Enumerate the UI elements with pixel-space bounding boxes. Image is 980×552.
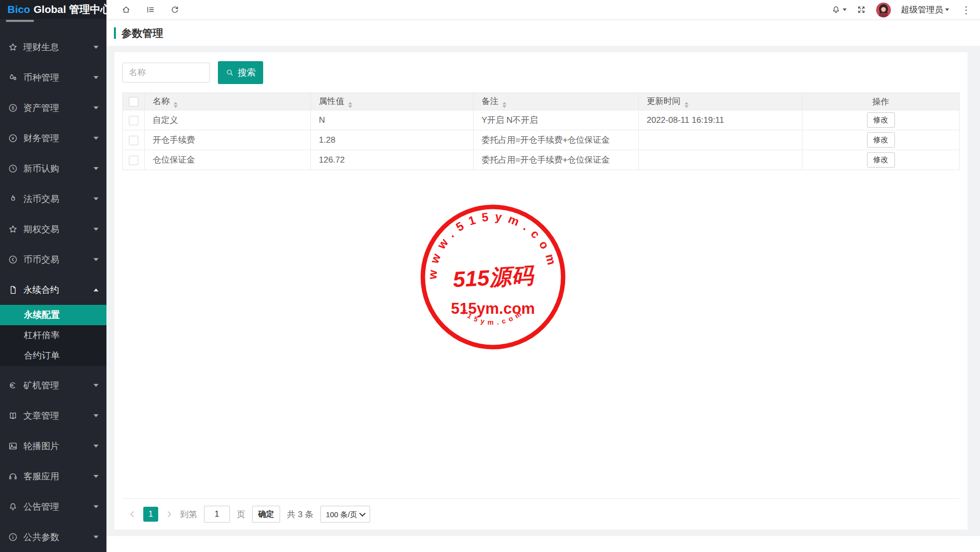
sidebar-item-yongxuheyue[interactable]: 永续合约 xyxy=(0,275,106,305)
title-accent-marker xyxy=(114,27,116,39)
table-row: 仓位保证金 126.72 委托占用=开仓手续费+仓位保证金 修改 xyxy=(123,150,960,170)
sidebar-item-kuangjiguanli[interactable]: 矿机管理 xyxy=(0,370,106,400)
sidebar-subitem-ganggangbeilv[interactable]: 杠杆倍率 xyxy=(0,325,106,346)
bell-icon xyxy=(8,502,18,512)
bell-icon xyxy=(831,5,841,14)
topbar-right-cluster: 超级管理员 ⋮ xyxy=(831,2,973,17)
user-photo xyxy=(876,2,891,17)
svg-text:¥: ¥ xyxy=(11,135,14,141)
sidebar-item-label: 轮播图片 xyxy=(23,440,59,452)
sidebar-item-kefuyingyong[interactable]: 客服应用 xyxy=(0,461,106,491)
sidebar-item-label: 文章管理 xyxy=(23,410,59,422)
prev-page-button[interactable] xyxy=(128,510,136,519)
sidebar-item-gonggaoguanli[interactable]: 公告管理 xyxy=(0,491,106,522)
edit-button[interactable]: 修改 xyxy=(867,112,895,128)
goto-page-input[interactable] xyxy=(204,506,230,523)
sidebar-item-label: 公告管理 xyxy=(23,501,59,513)
fullscreen-button[interactable] xyxy=(857,5,866,14)
sort-icon[interactable] xyxy=(348,102,352,108)
sidebar-item-caiwuguanli[interactable]: ¥ 财务管理 xyxy=(0,123,106,153)
chevron-down-icon xyxy=(94,536,98,539)
params-table: 名称 属性值 备注 更新时间 操作 自定义 N Y开启 N不开启 2022-08… xyxy=(122,92,960,170)
table-row: 自定义 N Y开启 N不开启 2022-08-11 16:19:11 修改 xyxy=(123,110,960,130)
sidebar-item-label: 理财生息 xyxy=(23,41,59,53)
sidebar-menu: 理财生息 币种管理 $ 资产管理 ¥ 财务管理 新币认购 法币交易 xyxy=(0,19,106,552)
column-header-name[interactable]: 名称 xyxy=(145,93,311,110)
sidebar-item-fabijiaoyi[interactable]: 法币交易 xyxy=(0,184,106,214)
sidebar-item-zichanguanli[interactable]: $ 资产管理 xyxy=(0,92,106,123)
notifications-button[interactable] xyxy=(831,5,847,14)
brand-suffix: Global 管理中心 xyxy=(34,2,111,16)
sidebar-item-label: 客服应用 xyxy=(23,470,59,482)
row-checkbox[interactable] xyxy=(129,116,138,125)
page-size-select[interactable]: 100 条/页 xyxy=(320,506,370,523)
column-header-updated[interactable]: 更新时间 xyxy=(639,93,802,110)
menu-list-button[interactable] xyxy=(146,5,155,14)
sidebar-subitem-yongxupeizhi[interactable]: 永续配置 xyxy=(0,305,106,325)
avatar[interactable] xyxy=(876,2,891,17)
home-button[interactable] xyxy=(121,5,131,14)
search-bar: 搜索 xyxy=(122,61,263,84)
home-icon xyxy=(121,5,131,14)
sidebar-item-lunbotupian[interactable]: 轮播图片 xyxy=(0,431,106,461)
flame-icon xyxy=(8,194,18,204)
goto-label: 到第 xyxy=(180,509,197,520)
cell-name: 自定义 xyxy=(145,110,311,130)
sidebar-item-bibijiaoyi[interactable]: 币币交易 xyxy=(0,244,106,275)
column-header-remark[interactable]: 备注 xyxy=(474,93,639,110)
cell-value: 1.28 xyxy=(311,130,474,150)
cell-updated xyxy=(639,150,802,170)
chevron-down-icon xyxy=(94,445,98,448)
file-icon xyxy=(8,285,18,295)
sidebar-item-licaishengxi[interactable]: 理财生息 xyxy=(0,32,106,62)
current-page-button[interactable]: 1 xyxy=(143,507,158,522)
drops-icon xyxy=(8,73,18,83)
cell-value: 126.72 xyxy=(311,150,474,170)
pagination-bar: 1 到第 页 确定 共 3 条 100 条/页 xyxy=(122,498,960,530)
chevron-down-icon xyxy=(94,197,98,200)
sort-icon[interactable] xyxy=(685,102,688,108)
next-page-button[interactable] xyxy=(165,510,173,519)
sidebar-item-gonggongcanshu[interactable]: 公共参数 xyxy=(0,522,106,552)
edit-button[interactable]: 修改 xyxy=(867,152,895,168)
column-header-actions: 操作 xyxy=(802,93,960,110)
star-icon xyxy=(8,42,18,52)
chevron-down-icon xyxy=(94,46,98,49)
content-card: 搜索 名称 属性值 备注 更新时间 操作 自定义 xyxy=(114,52,968,530)
sort-icon[interactable] xyxy=(174,102,178,108)
select-all-checkbox[interactable] xyxy=(129,97,138,106)
sidebar-subitem-heyuedingdan[interactable]: 合约订单 xyxy=(0,346,106,366)
topbar: 超级管理员 ⋮ xyxy=(106,0,980,20)
cell-updated: 2022-08-11 16:19:11 xyxy=(639,110,802,130)
kebab-menu-icon[interactable]: ⋮ xyxy=(959,5,973,15)
search-button[interactable]: 搜索 xyxy=(218,61,263,84)
edit-button[interactable]: 修改 xyxy=(867,132,895,148)
sidebar-item-label: 法币交易 xyxy=(23,193,59,205)
fullscreen-expand-icon xyxy=(857,5,866,14)
book-icon xyxy=(8,411,18,421)
sort-icon[interactable] xyxy=(502,102,506,108)
table-header-row: 名称 属性值 备注 更新时间 操作 xyxy=(123,93,960,110)
clock-icon xyxy=(8,164,18,174)
cell-remark: Y开启 N不开启 xyxy=(474,110,639,130)
select-all-cell xyxy=(123,93,145,110)
search-input[interactable] xyxy=(122,63,210,83)
user-menu-button[interactable]: 超级管理员 xyxy=(901,4,949,15)
app-logo: Bico Global 管理中心 xyxy=(0,0,106,19)
row-checkbox[interactable] xyxy=(129,156,138,165)
refresh-button[interactable] xyxy=(170,5,180,14)
chevron-down-icon xyxy=(94,137,98,140)
sidebar-item-wenzhangguanli[interactable]: 文章管理 xyxy=(0,400,106,431)
confirm-page-button[interactable]: 确定 xyxy=(252,506,280,523)
total-count-label: 共 3 条 xyxy=(287,509,313,520)
cell-remark: 委托占用=开仓手续费+仓位保证金 xyxy=(474,130,639,150)
page-size-select-wrap: 100 条/页 xyxy=(320,506,370,523)
chevron-right-icon xyxy=(165,510,173,519)
column-header-value[interactable]: 属性值 xyxy=(311,93,474,110)
sidebar-item-bizhongguanli[interactable]: 币种管理 xyxy=(0,62,106,92)
sidebar-item-xinbirengou[interactable]: 新币认购 xyxy=(0,153,106,184)
row-checkbox[interactable] xyxy=(129,136,138,145)
user-name: 超级管理员 xyxy=(901,4,943,15)
sidebar-item-qiquanjiaoyi[interactable]: 期权交易 xyxy=(0,214,106,244)
sidebar-item-label: 永续合约 xyxy=(23,284,59,296)
